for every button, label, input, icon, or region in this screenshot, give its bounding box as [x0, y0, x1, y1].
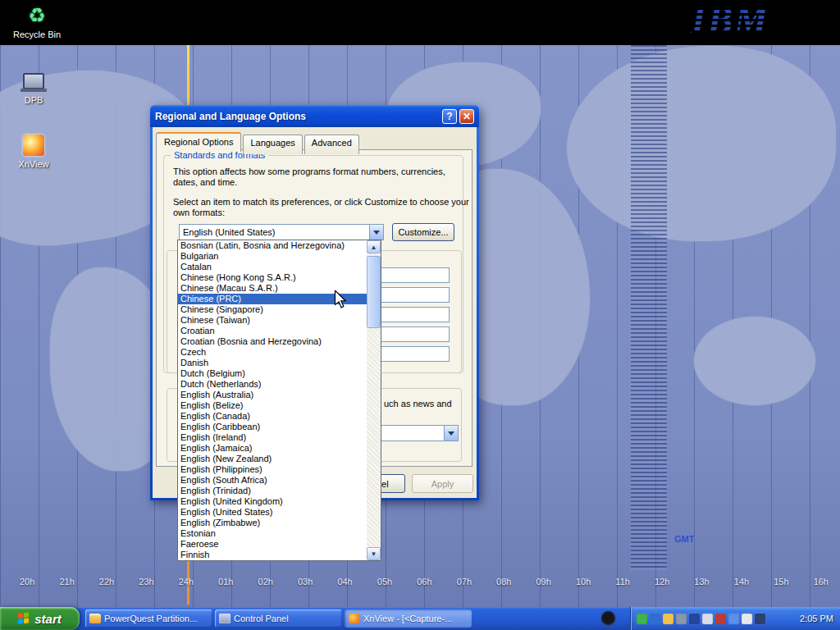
xnview-icon	[19, 133, 48, 158]
list-item[interactable]: Catalan	[178, 262, 367, 272]
timezone-label: 14h	[734, 577, 749, 587]
desktop-icon-label: DPB	[7, 95, 61, 105]
list-item[interactable]: English (Australia)	[178, 390, 367, 400]
start-button[interactable]: start	[0, 607, 80, 630]
timezone-label: 01h	[218, 577, 233, 587]
desktop-icon-xnview[interactable]: XnView	[7, 133, 61, 169]
list-item[interactable]: English (United States)	[178, 507, 367, 518]
timezone-label: 11h	[615, 577, 630, 587]
locale-dropdown-listbox: Bosnian (Latin, Bosnia and Herzegovina)B…	[177, 240, 381, 561]
list-item[interactable]: English (Caribbean)	[178, 422, 367, 432]
timezone-label: 24h	[179, 577, 194, 587]
task-icon	[219, 614, 231, 623]
list-item[interactable]: English (Trinidad)	[178, 486, 367, 496]
list-item[interactable]: English (Philippines)	[178, 464, 367, 475]
taskbar-tasks: PowerQuest Partition...Control PanelXnVi…	[85, 609, 472, 628]
list-item[interactable]: English (Canada)	[178, 411, 367, 422]
timezone-label: 12h	[655, 577, 669, 587]
timezone-label: 07h	[457, 577, 472, 587]
tab-regional-options[interactable]: Regional Options	[156, 132, 241, 152]
start-button-label: start	[34, 612, 62, 626]
tray-icon[interactable]	[702, 614, 713, 624]
taskbar-dark-icon[interactable]	[601, 611, 615, 625]
timezone-label: 22h	[99, 577, 114, 587]
scroll-up-button[interactable]: ▲	[367, 240, 381, 253]
gmt-label: GMT	[674, 534, 694, 544]
window-title: Regional and Language Options	[155, 111, 440, 122]
list-item[interactable]: Dutch (Belgium)	[178, 368, 367, 379]
list-item[interactable]: English (South Africa)	[178, 475, 367, 486]
tray-icon[interactable]	[715, 614, 726, 624]
list-item[interactable]: Dutch (Netherlands)	[178, 379, 367, 390]
tray-icon[interactable]	[755, 614, 765, 624]
list-item[interactable]: English (Jamaica)	[178, 443, 367, 454]
tray-icon[interactable]	[650, 614, 660, 624]
task-label: Control Panel	[234, 614, 289, 623]
scroll-down-button[interactable]: ▼	[367, 547, 381, 560]
taskbar-task[interactable]: PowerQuest Partition...	[85, 609, 212, 628]
mouse-cursor	[333, 290, 349, 312]
tray-clock: 2:05 PM	[800, 614, 833, 623]
timezone-label: 03h	[298, 577, 313, 587]
list-item[interactable]: Bulgarian	[178, 251, 367, 262]
list-item[interactable]: Chinese (Taiwan)	[178, 315, 367, 326]
timezone-label: 02h	[258, 577, 273, 587]
timezone-scale: 20h21h22h23h24h01h02h03h04h05h06h07h08h0…	[20, 577, 829, 587]
system-tray: 2:05 PM	[630, 607, 840, 630]
dropdown-scrollbar[interactable]: ▲ ▼	[367, 240, 381, 560]
recycle-bin-icon: ♻	[22, 3, 52, 28]
list-item[interactable]: Bosnian (Latin, Bosnia and Herzegovina)	[178, 240, 367, 251]
list-item[interactable]: English (Ireland)	[178, 432, 367, 443]
timezone-label: 08h	[496, 577, 511, 587]
customize-button[interactable]: Customize...	[392, 223, 454, 241]
help-button[interactable]: ?	[442, 109, 457, 124]
timezone-label: 05h	[377, 577, 392, 587]
tab-advanced[interactable]: Advanced	[304, 135, 359, 154]
list-item[interactable]: Croatian (Bosnia and Herzegovina)	[178, 336, 367, 347]
combobox-dropdown-button[interactable]	[369, 225, 383, 240]
locale-combobox[interactable]: English (United States)	[179, 224, 384, 240]
tray-icon[interactable]	[689, 614, 700, 624]
location-description-fragment: uch as news and	[384, 399, 458, 409]
tray-icon[interactable]	[742, 614, 752, 624]
list-item[interactable]: English (United Kingdom)	[178, 496, 367, 507]
tray-icon[interactable]	[676, 614, 687, 624]
timezone-label: 06h	[417, 577, 431, 587]
combobox-dropdown-button[interactable]	[444, 426, 458, 441]
list-item[interactable]: Czech	[178, 347, 367, 358]
timezone-label: 09h	[536, 577, 550, 587]
scrollbar-track[interactable]	[367, 253, 381, 547]
close-button[interactable]: ✕	[459, 109, 474, 124]
window-title-bar[interactable]: Regional and Language Options ? ✕	[150, 105, 479, 127]
timezone-label: 20h	[20, 577, 34, 587]
desktop-icon-dpb[interactable]: DPB	[7, 69, 61, 105]
list-item[interactable]: English (New Zealand)	[178, 454, 367, 464]
list-item[interactable]: Danish	[178, 358, 367, 368]
task-label: XnView - [<Capture-...	[363, 614, 452, 623]
list-item[interactable]: Croatian	[178, 326, 367, 336]
taskbar-task[interactable]: Control Panel	[215, 609, 342, 628]
tray-icon[interactable]	[637, 614, 647, 624]
ibm-logo: IBM	[692, 0, 769, 42]
list-item[interactable]: Estonian	[178, 528, 367, 539]
desktop-icon-recycle-bin[interactable]: ♻ Recycle Bin	[10, 3, 64, 39]
list-item[interactable]: Chinese (Hong Kong S.A.R.)	[178, 272, 367, 283]
desktop-icon-label: XnView	[7, 159, 61, 169]
list-item[interactable]: Faeroese	[178, 539, 367, 550]
list-item[interactable]: English (Zimbabwe)	[178, 518, 367, 528]
timezone-label: 13h	[694, 577, 709, 587]
laptop-icon	[19, 69, 48, 94]
list-item[interactable]: English (Belize)	[178, 400, 367, 411]
tray-icon[interactable]	[728, 614, 739, 624]
tab-languages[interactable]: Languages	[243, 135, 302, 154]
timezone-label: 21h	[59, 577, 74, 587]
scrollbar-thumb[interactable]	[367, 256, 381, 328]
list-item[interactable]: Finnish	[178, 550, 367, 560]
apply-button[interactable]: Apply	[412, 474, 473, 493]
tray-icon[interactable]	[663, 614, 673, 624]
locale-combobox-value: English (United States)	[180, 227, 369, 237]
standards-description: This option affects how some programs fo…	[173, 167, 459, 188]
timezone-label: 16h	[814, 577, 829, 587]
taskbar-task[interactable]: XnView - [<Capture-...	[345, 609, 472, 628]
timezone-label: 15h	[774, 577, 788, 587]
